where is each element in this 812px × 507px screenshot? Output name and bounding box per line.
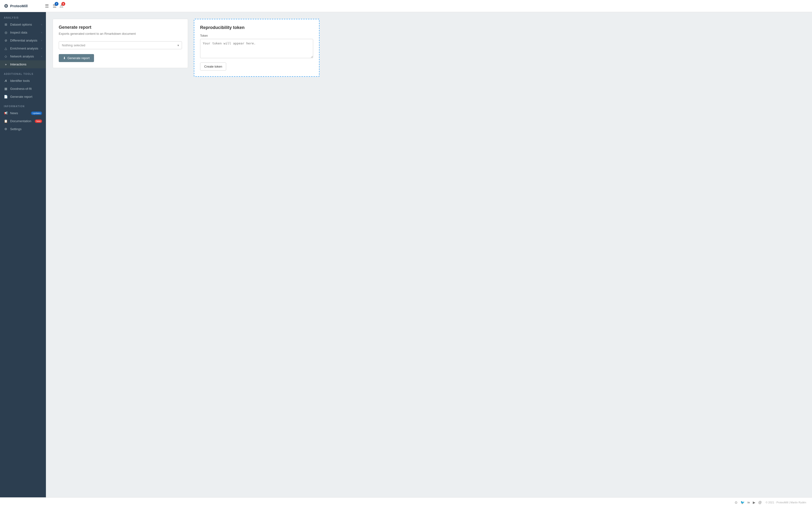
repro-panel-title: Reproducibility token <box>200 25 313 30</box>
sidebar-item-label: Settings <box>10 127 42 131</box>
report-panel: Generate report Exports generated conten… <box>53 19 188 68</box>
checklist-icon-btn[interactable]: ☰ 7 <box>53 3 57 9</box>
dataset-options-icon: ⊞ <box>4 23 8 26</box>
sidebar-item-enrichment-analysis[interactable]: △ Enrichment analysis ‹ <box>0 44 46 52</box>
linkedin-icon[interactable]: in <box>748 501 750 504</box>
sidebar-item-generate-report[interactable]: 📄 Generate report <box>0 93 46 101</box>
sidebar-item-goodness-of-fit[interactable]: ▦ Goodness-of-fit <box>0 85 46 93</box>
generate-report-button[interactable]: ⬇ Generate report <box>59 54 94 62</box>
download-icon: ⬇ <box>63 56 66 60</box>
sidebar-item-label: Interactions <box>10 62 42 66</box>
network-icon: ◇ <box>4 55 8 58</box>
chevron-icon: ‹ <box>41 39 42 42</box>
footer: ⊙ 🐦 in ▶ @ © 2021 · ProteoMill | Martin … <box>0 497 812 507</box>
generate-report-label: Generate report <box>67 56 90 60</box>
chevron-icon: ‹ <box>41 31 42 34</box>
sidebar-item-network-analysis[interactable]: ◇ Network analysis ‹ <box>0 52 46 60</box>
token-label: Token <box>200 34 313 38</box>
sidebar-item-label: Differential analysis <box>10 39 39 42</box>
alert-badge: 8 <box>61 2 65 6</box>
documentation-badge: New <box>35 119 42 123</box>
report-icon: 📄 <box>4 95 8 99</box>
create-token-label: Create token <box>204 65 222 68</box>
sidebar-item-label: Generate report <box>10 95 42 99</box>
app-body: ANALYSIS ⊞ Dataset options ‹ ◎ Inspect d… <box>0 12 812 497</box>
sidebar-item-label: Documentation <box>10 119 33 123</box>
sidebar-item-documentation[interactable]: 📋 Documentation New <box>0 117 46 125</box>
report-panel-subtitle: Exports generated content to an Rmarkdow… <box>59 32 182 36</box>
windmill-icon: ⚙ <box>4 3 8 9</box>
sidebar-item-inspect-data[interactable]: ◎ Inspect data ‹ <box>0 29 46 37</box>
sidebar-item-dataset-options[interactable]: ⊞ Dataset options ‹ <box>0 20 46 29</box>
github-icon[interactable]: ⊙ <box>735 501 738 504</box>
sidebar-item-interactions[interactable]: » Interactions <box>0 60 46 68</box>
sidebar-item-news[interactable]: 📢 News Updates <box>0 109 46 117</box>
sidebar-item-identifier-tools[interactable]: A Identifier tools <box>0 77 46 85</box>
sidebar-item-label: News <box>10 111 29 115</box>
chevron-icon: ‹ <box>41 23 42 26</box>
settings-icon: ⚙ <box>4 127 8 131</box>
identifier-tools-icon: A <box>4 79 8 82</box>
sidebar: ANALYSIS ⊞ Dataset options ‹ ◎ Inspect d… <box>0 12 46 497</box>
enrichment-icon: △ <box>4 47 8 50</box>
sidebar-item-label: Identifier tools <box>10 79 42 82</box>
report-select-wrapper: Nothing selected ▼ <box>59 41 182 49</box>
differential-icon: ⊘ <box>4 39 8 42</box>
main-content: Generate report Exports generated conten… <box>46 12 812 497</box>
topbar: ⚙ ProteoMill ☰ ☰ 7 ⚠ 8 <box>0 0 812 12</box>
news-icon: 📢 <box>4 111 8 115</box>
app-name: ProteoMill <box>10 4 28 8</box>
goodness-icon: ▦ <box>4 87 8 91</box>
documentation-icon: 📋 <box>4 119 8 123</box>
checklist-badge: 7 <box>55 2 58 6</box>
chevron-icon: ‹ <box>41 55 42 58</box>
sidebar-item-settings[interactable]: ⚙ Settings <box>0 125 46 133</box>
chevron-icon: ‹ <box>41 47 42 50</box>
sidebar-item-label: Inspect data <box>10 31 39 34</box>
report-panel-title: Generate report <box>59 25 182 30</box>
sidebar-item-differential-analysis[interactable]: ⊘ Differential analysis ‹ <box>0 37 46 44</box>
topbar-icons: ☰ 7 ⚠ 8 <box>53 3 63 9</box>
twitter-icon[interactable]: 🐦 <box>741 501 745 504</box>
reproducibility-panel: Reproducibility token Token Create token <box>194 19 319 77</box>
youtube-icon[interactable]: ▶ <box>753 501 755 504</box>
alert-icon-btn[interactable]: ⚠ 8 <box>59 3 63 9</box>
app-logo: ⚙ ProteoMill <box>4 3 45 9</box>
sidebar-item-label: Goodness-of-fit <box>10 87 42 91</box>
sidebar-item-label: Dataset options <box>10 23 39 26</box>
section-label-analysis: ANALYSIS <box>0 12 46 20</box>
email-icon[interactable]: @ <box>758 501 762 504</box>
sidebar-item-label: Enrichment analysis <box>10 47 39 50</box>
section-label-additional-tools: ADDITIONAL TOOLS <box>0 68 46 77</box>
report-select[interactable]: Nothing selected <box>59 41 182 49</box>
footer-icons: ⊙ 🐦 in ▶ @ <box>735 501 762 504</box>
token-textarea[interactable] <box>200 39 313 58</box>
sidebar-item-label: Network analysis <box>10 55 39 58</box>
inspect-data-icon: ◎ <box>4 31 8 34</box>
footer-copyright: © 2021 · ProteoMill | Martin Rydén <box>766 501 806 504</box>
news-badge: Updates <box>31 112 42 115</box>
hamburger-button[interactable]: ☰ <box>45 3 49 9</box>
section-label-information: INFORMATION <box>0 101 46 109</box>
interactions-icon: » <box>4 62 8 66</box>
create-token-button[interactable]: Create token <box>200 62 226 70</box>
